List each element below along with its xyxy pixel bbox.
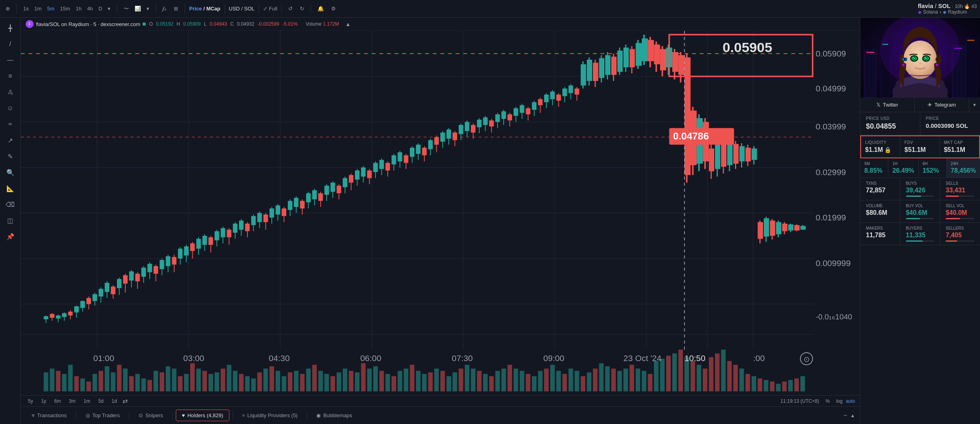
ohlc-info: O 0.05192 H 0.05909 L 0.04943 C 0.04932 … xyxy=(149,21,297,27)
telegram-icon: ✈ xyxy=(928,102,932,108)
chart-type-dropdown[interactable]: ▾ xyxy=(144,4,152,13)
range-1y[interactable]: 1y xyxy=(39,398,49,405)
usd-sol-toggle[interactable]: USD / SOL xyxy=(229,6,255,12)
range-1d[interactable]: 1d xyxy=(109,398,119,405)
multi-line-tool[interactable]: ≡ xyxy=(3,69,18,83)
tab-top-traders[interactable]: ◎ Top Traders xyxy=(80,410,126,421)
svg-rect-209 xyxy=(239,220,243,230)
tab-sep1 xyxy=(76,412,76,420)
settings-btn[interactable]: ⚙ xyxy=(329,4,338,13)
snipers-label: Snipers xyxy=(145,412,163,418)
tf-1h[interactable]: 1h xyxy=(73,4,84,13)
svg-rect-94 xyxy=(501,369,506,392)
undo-btn[interactable]: ↺ xyxy=(286,4,295,13)
svg-rect-139 xyxy=(776,384,780,392)
ruler-tool[interactable]: 📐 xyxy=(3,181,18,196)
svg-rect-191 xyxy=(184,246,189,256)
candle-chart-btn[interactable]: 📊 xyxy=(132,4,143,13)
expand-tab-btn[interactable]: ▲ xyxy=(850,413,855,418)
tab-snipers[interactable]: ⊙ Snipers xyxy=(133,410,169,421)
collapse-tab-btn[interactable]: − xyxy=(843,412,847,419)
layout-btn[interactable]: ⊞ xyxy=(171,4,181,13)
chart-type-group: 〜 📊 ▾ xyxy=(121,4,152,14)
liquidity-cell: LIQUIDITY $1.1M 🔒 xyxy=(861,136,900,157)
range-1m[interactable]: 1m xyxy=(81,398,93,405)
tab-transactions[interactable]: ≡ Transactions xyxy=(26,410,73,421)
arrow-tool[interactable]: ↗ xyxy=(3,133,18,147)
indicator-btn[interactable]: 𝒇𝓍 xyxy=(160,4,169,14)
svg-rect-75 xyxy=(386,374,390,392)
svg-rect-45 xyxy=(202,371,207,391)
tf-5m[interactable]: 5m xyxy=(45,4,57,13)
tf-1s[interactable]: 1s xyxy=(21,4,31,13)
svg-rect-249 xyxy=(361,168,365,177)
svg-rect-79 xyxy=(410,365,414,391)
range-5d[interactable]: 5d xyxy=(96,398,106,405)
change-row: 5M 8.85% 1H 26.49% 6H 152% 24H 78,456% xyxy=(860,158,980,178)
svg-rect-159 xyxy=(86,298,91,304)
pattern-tool[interactable]: ☺ xyxy=(3,101,18,115)
pen-tool[interactable]: ✎ xyxy=(3,149,18,164)
svg-text:09:00: 09:00 xyxy=(543,353,564,363)
change-6h-label: 6H xyxy=(923,162,942,166)
full-btn[interactable]: ⤢ Full xyxy=(263,6,277,12)
svg-rect-371 xyxy=(733,144,739,164)
svg-rect-343 xyxy=(648,40,654,61)
redo-btn[interactable]: ↻ xyxy=(297,4,307,13)
svg-rect-101 xyxy=(544,369,548,392)
percent-label: % xyxy=(825,398,830,404)
high-label: H xyxy=(177,21,180,27)
tab-liquidity[interactable]: ≈ Liquidity Providers (5) xyxy=(236,410,304,421)
cursor-tool[interactable]: ╋ xyxy=(3,21,18,35)
price-mcap-toggle[interactable]: Price / MCap xyxy=(189,6,220,12)
pair-title: flavia / SOL · 10h 🔥 #3 xyxy=(918,2,977,9)
svg-rect-277 xyxy=(446,129,451,139)
svg-rect-137 xyxy=(764,380,768,391)
trend-tool[interactable]: / xyxy=(3,37,18,51)
tab-holders[interactable]: ♥ Holders (4,829) xyxy=(176,410,229,421)
alert-btn[interactable]: 🔔 xyxy=(315,4,326,13)
tab-bubblemaps[interactable]: ◉ Bubblemaps xyxy=(310,410,358,421)
pin-tool[interactable]: 📌 xyxy=(3,229,18,244)
range-6m[interactable]: 6m xyxy=(52,398,63,405)
tf-15m[interactable]: 15m xyxy=(58,4,72,13)
svg-rect-297 xyxy=(508,114,512,120)
tab-sep2 xyxy=(129,412,129,420)
volume-label: Volume xyxy=(305,21,323,27)
telegram-btn[interactable]: ✈ Telegram xyxy=(915,98,969,112)
add-chart-btn[interactable]: ⊕ xyxy=(3,4,12,13)
svg-rect-104 xyxy=(562,374,567,392)
bookmark-tool[interactable]: ◫ xyxy=(3,213,18,228)
calendar-btn[interactable]: ⇄ xyxy=(122,397,128,405)
social-expand-btn[interactable]: ▾ xyxy=(969,98,980,112)
measure-tool[interactable]: ≈ xyxy=(3,117,18,131)
tf-1m[interactable]: 1m xyxy=(32,4,44,13)
line-tool[interactable]: — xyxy=(3,53,18,67)
pair-quote: SOL xyxy=(938,2,951,9)
svg-rect-90 xyxy=(477,371,481,391)
range-5y[interactable]: 5y xyxy=(26,398,36,405)
svg-rect-363 xyxy=(709,149,714,172)
eraser-tool[interactable]: ⌫ xyxy=(3,197,18,212)
sell-vol-value: $40.0M xyxy=(946,209,974,216)
tf-dropdown[interactable]: ▾ xyxy=(105,4,113,13)
svg-rect-99 xyxy=(532,376,536,392)
chart-container[interactable]: 0.05909 0.04999 0.03999 0.02999 0.01999 … xyxy=(21,31,860,395)
line-chart-btn[interactable]: 〜 xyxy=(121,4,131,14)
svg-rect-128 xyxy=(709,357,713,391)
twitter-btn[interactable]: 𝕏 Twitter xyxy=(860,98,915,112)
svg-rect-81 xyxy=(422,374,426,392)
text-tool[interactable]: 𝔸 xyxy=(3,85,18,99)
tf-d[interactable]: D xyxy=(96,4,104,13)
svg-rect-167 xyxy=(111,287,115,294)
zoom-tool[interactable]: 🔍 xyxy=(3,165,18,180)
change-24h-value: 78,456% xyxy=(951,167,976,174)
svg-text:0.05909: 0.05909 xyxy=(815,49,846,58)
auto-btn[interactable]: auto xyxy=(846,398,855,404)
svg-rect-130 xyxy=(721,349,725,391)
txns-row: TXNS 72,857 BUYS 39,426 SELLS 33,431 xyxy=(860,178,980,200)
collapse-btn[interactable]: ▲ xyxy=(345,21,351,27)
svg-rect-28 xyxy=(98,371,103,391)
range-3m[interactable]: 3m xyxy=(66,398,78,405)
tf-4h[interactable]: 4h xyxy=(85,4,95,13)
